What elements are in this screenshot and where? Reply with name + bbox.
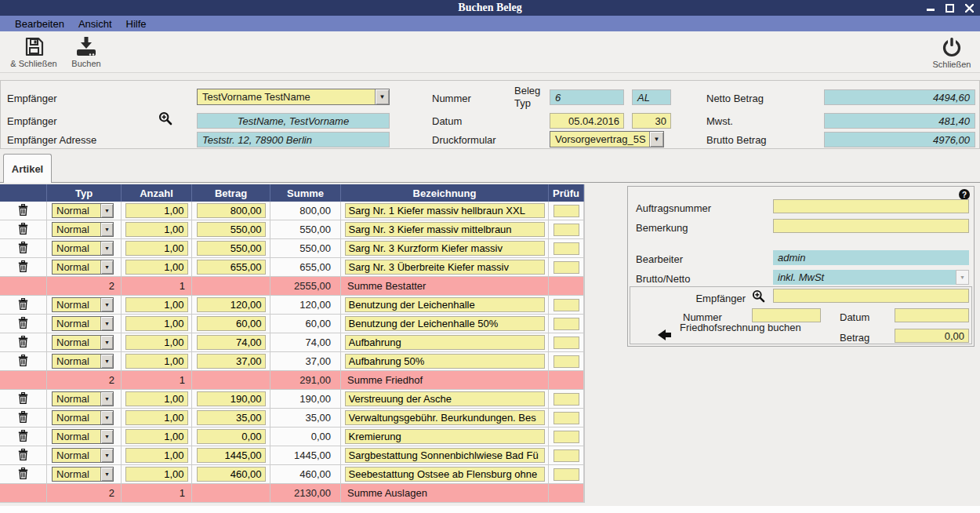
typ-select-arrow-icon[interactable]: ▼ bbox=[100, 355, 113, 368]
bezeichnung-input[interactable] bbox=[345, 429, 545, 444]
pruefung-field[interactable] bbox=[554, 261, 579, 274]
pruefung-field[interactable] bbox=[554, 205, 579, 217]
delete-row-button[interactable] bbox=[0, 202, 46, 220]
typ-select[interactable]: Normal▼ bbox=[52, 297, 114, 312]
bezeichnung-input[interactable] bbox=[345, 448, 545, 463]
typ-select[interactable]: Normal▼ bbox=[52, 391, 114, 406]
anzahl-input[interactable] bbox=[125, 260, 188, 275]
delete-row-button[interactable] bbox=[0, 352, 46, 370]
delete-row-button[interactable] bbox=[0, 258, 46, 276]
pruefung-field[interactable] bbox=[554, 449, 579, 462]
pruefung-field[interactable] bbox=[554, 299, 579, 311]
delete-row-button[interactable] bbox=[0, 296, 46, 314]
betrag-input[interactable] bbox=[197, 241, 266, 256]
bezeichnung-input[interactable] bbox=[345, 391, 545, 406]
druckformular-arrow-icon[interactable]: ▼ bbox=[649, 132, 663, 147]
typ-select-arrow-icon[interactable]: ▼ bbox=[100, 468, 113, 481]
typ-select-arrow-icon[interactable]: ▼ bbox=[100, 223, 113, 236]
anzahl-input[interactable] bbox=[125, 354, 188, 369]
bezeichnung-input[interactable] bbox=[345, 354, 545, 369]
typ-select[interactable]: Normal▼ bbox=[52, 335, 114, 350]
panel-betrag-field[interactable]: 0,00 bbox=[895, 329, 969, 343]
pruefung-field[interactable] bbox=[554, 393, 579, 406]
pruefung-field[interactable] bbox=[554, 431, 579, 443]
bezeichnung-input[interactable] bbox=[345, 335, 545, 350]
anzahl-input[interactable] bbox=[125, 429, 188, 444]
typ-select-arrow-icon[interactable]: ▼ bbox=[100, 242, 113, 255]
typ-select[interactable]: Normal▼ bbox=[52, 354, 114, 369]
datum-field[interactable]: 05.04.2016 bbox=[550, 113, 624, 129]
panel-datum-input[interactable] bbox=[895, 308, 969, 322]
typ-select-arrow-icon[interactable]: ▼ bbox=[100, 449, 113, 462]
anzahl-input[interactable] bbox=[125, 448, 188, 463]
menu-bearbeiten[interactable]: Bearbeiten bbox=[8, 18, 71, 30]
bezeichnung-input[interactable] bbox=[345, 260, 545, 275]
auftragsnummer-input[interactable] bbox=[773, 199, 969, 213]
empfaenger-combo-arrow-icon[interactable]: ▼ bbox=[375, 89, 389, 104]
friedhof-buchen-label[interactable]: Friedhofsrechnung buchen bbox=[680, 322, 813, 334]
empfaenger-search-icon[interactable] bbox=[158, 111, 172, 128]
delete-row-button[interactable] bbox=[0, 390, 46, 408]
delete-row-button[interactable] bbox=[0, 239, 46, 257]
datum-zusatz-field[interactable]: 30 bbox=[632, 113, 671, 129]
typ-select[interactable]: Normal▼ bbox=[52, 222, 114, 237]
panel-empfaenger-search-icon[interactable] bbox=[752, 289, 765, 305]
typ-select-arrow-icon[interactable]: ▼ bbox=[100, 336, 113, 349]
typ-select-arrow-icon[interactable]: ▼ bbox=[100, 298, 113, 311]
pruefung-field[interactable] bbox=[554, 337, 579, 349]
anzahl-input[interactable] bbox=[125, 241, 188, 256]
bezeichnung-input[interactable] bbox=[345, 297, 545, 312]
pruefung-field[interactable] bbox=[554, 468, 579, 481]
druckformular-combobox[interactable]: Vorsorgevertrag_5S ▼ bbox=[550, 131, 664, 147]
typ-select[interactable]: Normal▼ bbox=[52, 316, 114, 331]
typ-select-arrow-icon[interactable]: ▼ bbox=[100, 260, 113, 274]
typ-select[interactable]: Normal▼ bbox=[52, 241, 114, 256]
betrag-input[interactable] bbox=[197, 429, 266, 444]
typ-select[interactable]: Normal▼ bbox=[52, 203, 114, 218]
buchen-button[interactable]: Buchen bbox=[66, 36, 107, 68]
window-close-button[interactable]: Schließen bbox=[930, 36, 974, 69]
help-icon[interactable]: ? bbox=[959, 189, 970, 200]
anzahl-input[interactable] bbox=[125, 467, 188, 482]
anzahl-input[interactable] bbox=[125, 203, 188, 218]
brutto-netto-arrow-icon[interactable]: ▼ bbox=[956, 270, 969, 285]
empfaenger-combobox[interactable]: TestVorname TestName ▼ bbox=[197, 89, 390, 105]
bezeichnung-input[interactable] bbox=[345, 410, 545, 425]
typ-select[interactable]: Normal▼ bbox=[52, 467, 114, 482]
panel-empfaenger-input[interactable] bbox=[773, 289, 969, 303]
typ-select[interactable]: Normal▼ bbox=[52, 410, 114, 425]
anzahl-input[interactable] bbox=[125, 391, 188, 406]
typ-select-arrow-icon[interactable]: ▼ bbox=[100, 204, 113, 217]
typ-select[interactable]: Normal▼ bbox=[52, 260, 114, 275]
betrag-input[interactable] bbox=[197, 410, 266, 425]
pruefung-field[interactable] bbox=[554, 355, 579, 368]
bezeichnung-input[interactable] bbox=[345, 316, 545, 331]
pruefung-field[interactable] bbox=[554, 242, 579, 255]
friedhof-buchen-arrow-icon[interactable] bbox=[658, 329, 675, 344]
typ-select-arrow-icon[interactable]: ▼ bbox=[100, 430, 113, 443]
betrag-input[interactable] bbox=[197, 354, 266, 369]
delete-row-button[interactable] bbox=[0, 409, 46, 427]
panel-nummer-input[interactable] bbox=[752, 308, 821, 322]
betrag-input[interactable] bbox=[197, 203, 266, 218]
close-icon[interactable] bbox=[965, 4, 974, 13]
menu-hilfe[interactable]: Hilfe bbox=[119, 18, 154, 30]
delete-row-button[interactable] bbox=[0, 428, 46, 446]
betrag-input[interactable] bbox=[197, 391, 266, 406]
typ-select-arrow-icon[interactable]: ▼ bbox=[100, 411, 113, 424]
menu-ansicht[interactable]: Ansicht bbox=[71, 18, 119, 30]
anzahl-input[interactable] bbox=[125, 410, 188, 425]
betrag-input[interactable] bbox=[197, 297, 266, 312]
delete-row-button[interactable] bbox=[0, 333, 46, 351]
bezeichnung-input[interactable] bbox=[345, 467, 545, 482]
bezeichnung-input[interactable] bbox=[345, 241, 545, 256]
anzahl-input[interactable] bbox=[125, 335, 188, 350]
betrag-input[interactable] bbox=[197, 335, 266, 350]
betrag-input[interactable] bbox=[197, 222, 266, 237]
maximize-icon[interactable] bbox=[946, 4, 954, 13]
anzahl-input[interactable] bbox=[125, 222, 188, 237]
minimize-icon[interactable] bbox=[927, 4, 935, 12]
betrag-input[interactable] bbox=[197, 316, 266, 331]
betrag-input[interactable] bbox=[197, 448, 266, 463]
save-close-button[interactable]: & Schließen bbox=[8, 36, 60, 68]
